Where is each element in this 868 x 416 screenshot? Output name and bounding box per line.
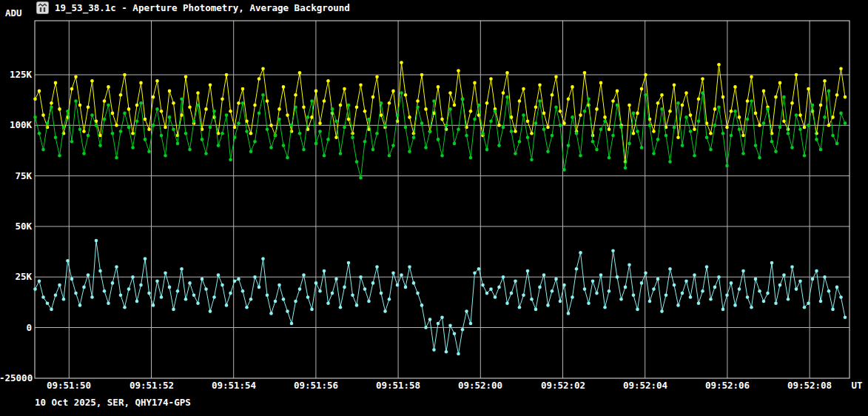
data-point [465,134,468,138]
data-point [616,104,619,107]
data-point [245,130,249,133]
data-point [599,128,603,132]
data-point [636,130,639,133]
data-point [448,91,452,95]
data-point [78,128,82,132]
data-point [616,275,619,279]
data-point [78,303,82,307]
data-point [494,110,497,113]
data-point [839,67,843,71]
plot-area[interactable] [0,0,868,416]
data-point [33,115,37,119]
data-point [595,107,599,111]
data-point [790,265,794,269]
data-point [375,265,379,269]
data-point [38,90,41,93]
data-point [277,118,281,121]
data-point [269,124,273,127]
data-point [221,98,224,101]
data-point [782,273,786,277]
data-point [770,140,774,144]
data-point [274,134,277,138]
data-point [168,90,172,93]
data-point [424,326,428,329]
data-point [795,113,798,117]
data-point [54,81,58,85]
data-point [562,168,566,172]
data-point [217,144,221,147]
data-point [701,77,704,81]
data-point [530,158,534,161]
data-point [412,281,416,285]
data-point [713,107,717,111]
data-point [713,286,717,289]
data-point [343,126,346,130]
data-point [127,107,131,111]
data-point [87,105,90,109]
data-point [196,91,200,95]
data-point [58,154,61,158]
data-point [522,113,525,117]
x-axis-unit-label: UT [846,380,868,391]
data-point [359,176,363,180]
data-point [424,146,428,150]
data-point [131,146,135,150]
data-point [326,138,330,141]
data-point [160,134,164,138]
data-point [412,132,416,135]
data-point [432,99,436,103]
data-point [188,105,192,109]
data-point [144,138,147,141]
data-point [196,301,200,305]
data-point [469,156,473,160]
data-point [542,128,546,132]
data-point [310,308,314,312]
data-point [269,312,273,315]
photometry-window: ADU 19_53_38.1c - Aperture Photometry, A… [0,0,868,416]
data-point [457,69,460,73]
data-point [237,121,240,125]
data-point [286,113,289,117]
data-point [803,126,807,130]
data-point [233,126,237,130]
data-point [123,73,127,77]
data-point [494,295,497,299]
data-point [628,104,631,107]
data-point [546,150,550,154]
data-point [611,134,615,138]
data-point [119,93,123,97]
data-point [717,105,721,109]
data-point [168,115,172,119]
data-point [87,134,90,138]
data-point [518,140,522,144]
data-point [559,110,562,113]
data-point [571,295,574,299]
data-point [396,113,400,117]
data-point [619,298,623,301]
data-point [782,95,786,99]
data-point [302,148,306,152]
data-point [815,138,818,141]
data-point [502,91,505,95]
data-point [261,67,265,71]
data-point [485,148,489,152]
data-point [497,144,501,147]
data-point [212,295,216,299]
data-point [70,140,74,144]
data-point [713,124,717,127]
data-point [579,251,582,255]
data-point [681,144,684,147]
data-point [489,120,493,124]
data-point [721,308,725,312]
data-point [339,306,343,309]
data-point [131,275,135,279]
data-point [827,289,831,293]
data-point [652,130,656,133]
data-point [196,104,200,107]
data-point [229,292,232,295]
data-point [705,265,709,269]
data-point [741,134,745,138]
data-point [318,121,322,125]
data-point [673,83,676,87]
data-point [530,132,534,135]
